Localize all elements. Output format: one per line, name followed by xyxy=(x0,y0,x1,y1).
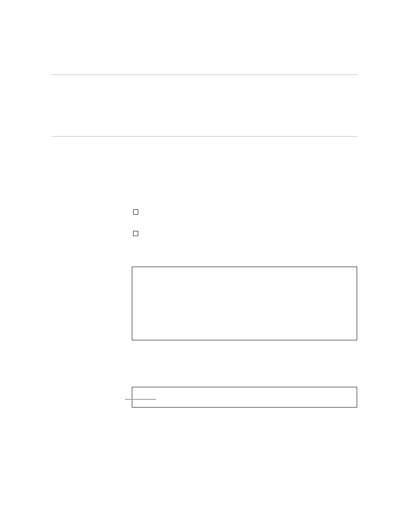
gray-connector-line xyxy=(125,399,156,400)
text-box-large[interactable] xyxy=(132,267,357,340)
divider-bottom xyxy=(52,136,358,137)
checkbox-1[interactable] xyxy=(133,209,138,215)
text-box-small[interactable] xyxy=(132,387,357,408)
divider-top xyxy=(52,75,358,75)
checkbox-2[interactable] xyxy=(133,231,138,236)
